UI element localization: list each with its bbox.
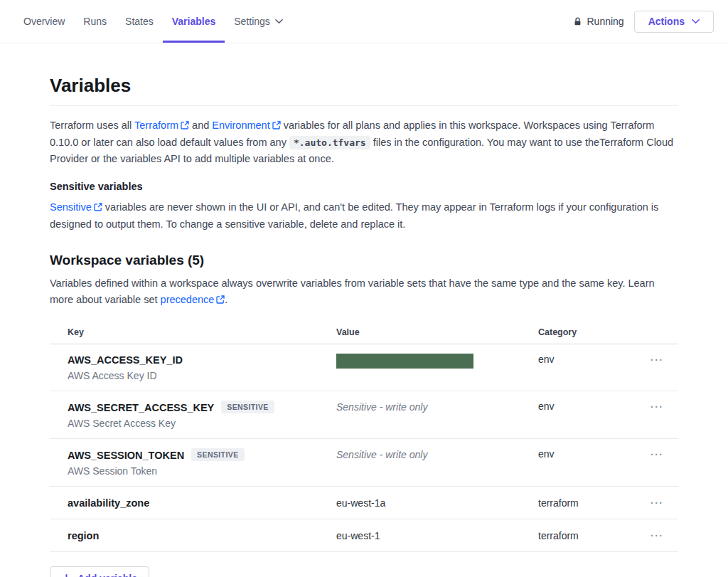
- column-header-value: Value: [336, 327, 538, 337]
- variable-key: AWS_SECRET_ACCESS_KEY: [68, 402, 214, 413]
- external-link-icon: [94, 200, 102, 216]
- row-menu-ellipsis-icon[interactable]: ···: [651, 354, 664, 366]
- workspace-description-text: Variables defined within a workspace alw…: [50, 277, 655, 305]
- key-cell: availability_zone: [68, 497, 336, 509]
- column-header-category: Category: [538, 327, 651, 337]
- precedence-link-label: precedence: [161, 294, 215, 305]
- chevron-down-icon: [692, 18, 700, 24]
- terraform-variables-link[interactable]: Terraform: [134, 120, 189, 131]
- workspace-variables-description: Variables defined within a workspace alw…: [50, 275, 678, 309]
- value-cell: [336, 354, 538, 371]
- page-title: Variables: [50, 75, 678, 106]
- table-row: region eu-west-1 terraform ···: [50, 519, 678, 552]
- lock-icon: [573, 16, 582, 26]
- tab-settings[interactable]: Settings: [225, 0, 292, 43]
- variable-description: AWS Session Token: [68, 465, 336, 477]
- add-variable-button-label: Add variable: [77, 573, 137, 577]
- variable-key: availability_zone: [68, 497, 149, 509]
- intro-text: and: [189, 120, 212, 131]
- variable-category: terraform: [538, 497, 651, 509]
- variables-table: Key Value Category AWS_ACCESS_KEY_ID AWS…: [50, 327, 678, 552]
- column-header-key: Key: [68, 327, 336, 337]
- external-link-icon: [181, 118, 189, 134]
- variable-key: AWS_ACCESS_KEY_ID: [68, 354, 183, 366]
- actions-button-label: Actions: [648, 16, 685, 27]
- nav-right-controls: Running Actions: [573, 0, 714, 43]
- table-row: AWS_ACCESS_KEY_ID AWS Access Key ID env …: [50, 344, 678, 391]
- value-cell: eu-west-1: [336, 529, 538, 542]
- redacted-value-block: [336, 354, 473, 369]
- add-variable-button[interactable]: Add variable: [50, 566, 149, 577]
- variable-description: AWS Access Key ID: [68, 370, 336, 381]
- tab-states[interactable]: States: [116, 0, 163, 43]
- tab-variables-label: Variables: [172, 16, 216, 27]
- sensitive-paragraph-text: variables are never shown in the UI or A…: [50, 201, 658, 230]
- variable-key: AWS_SESSION_TOKEN: [68, 450, 184, 461]
- variable-category: env: [538, 448, 651, 460]
- tfvars-code-snippet: *.auto.tfvars: [289, 136, 370, 149]
- tab-overview[interactable]: Overview: [14, 0, 74, 43]
- workspace-status: Running: [573, 16, 624, 27]
- variable-value: eu-west-1: [336, 530, 380, 541]
- key-cell: AWS_SECRET_ACCESS_KEYSENSITIVE AWS Secre…: [68, 401, 336, 429]
- tab-runs-label: Runs: [83, 16, 107, 27]
- sensitive-link-label: Sensitive: [50, 201, 92, 213]
- variables-page: Variables Terraform uses all Terraform a…: [0, 75, 728, 577]
- row-menu-ellipsis-icon[interactable]: ···: [651, 530, 664, 541]
- key-cell: AWS_ACCESS_KEY_ID AWS Access Key ID: [68, 354, 336, 381]
- row-menu-ellipsis-icon[interactable]: ···: [651, 497, 664, 509]
- table-header-row: Key Value Category: [50, 327, 678, 344]
- variable-category: env: [538, 354, 651, 365]
- tab-overview-label: Overview: [23, 16, 65, 27]
- variable-value: Sensitive - write only: [336, 449, 427, 460]
- table-row: AWS_SECRET_ACCESS_KEYSENSITIVE AWS Secre…: [50, 391, 678, 439]
- value-cell: eu-west-1a: [336, 497, 538, 509]
- tab-variables[interactable]: Variables: [163, 0, 225, 43]
- workspace-top-nav: Overview Runs States Variables Settings …: [0, 0, 728, 43]
- variable-value: Sensitive - write only: [336, 401, 427, 413]
- terraform-link-label: Terraform: [134, 120, 178, 131]
- environment-link-label: Environment: [212, 120, 269, 131]
- variable-category: env: [538, 401, 651, 412]
- nav-tabs: Overview Runs States Variables Settings: [14, 0, 292, 43]
- workspace-variables-heading: Workspace variables (5): [50, 253, 678, 268]
- row-menu-ellipsis-icon[interactable]: ···: [651, 449, 664, 460]
- variable-description: AWS Secret Access Key: [68, 418, 336, 429]
- tab-states-label: States: [125, 16, 154, 27]
- workspace-description-text: .: [225, 294, 228, 305]
- table-row: AWS_SESSION_TOKENSENSITIVE AWS Session T…: [50, 439, 678, 487]
- intro-text: Terraform uses all: [50, 120, 134, 131]
- chevron-down-icon: [275, 18, 283, 24]
- variable-value: eu-west-1a: [336, 497, 385, 509]
- external-link-icon: [272, 118, 281, 134]
- key-cell: AWS_SESSION_TOKENSENSITIVE AWS Session T…: [68, 448, 336, 477]
- row-menu-ellipsis-icon[interactable]: ···: [651, 401, 664, 413]
- sensitive-variables-paragraph: Sensitive variables are never shown in t…: [50, 199, 678, 233]
- key-cell: region: [68, 529, 336, 542]
- precedence-link[interactable]: precedence: [161, 294, 225, 305]
- actions-button[interactable]: Actions: [634, 11, 714, 33]
- value-cell: Sensitive - write only: [336, 448, 538, 461]
- variable-category: terraform: [538, 530, 651, 541]
- value-cell: Sensitive - write only: [336, 401, 538, 413]
- table-row: availability_zone eu-west-1a terraform ·…: [50, 487, 678, 519]
- sensitive-variables-heading: Sensitive variables: [50, 181, 678, 192]
- tab-settings-label: Settings: [234, 16, 270, 27]
- tab-runs[interactable]: Runs: [74, 0, 116, 43]
- environment-variables-link[interactable]: Environment: [212, 120, 280, 131]
- sensitive-badge: SENSITIVE: [221, 401, 274, 413]
- sensitive-link[interactable]: Sensitive: [50, 201, 102, 213]
- sensitive-badge: SENSITIVE: [191, 448, 244, 461]
- intro-paragraph: Terraform uses all Terraform and Environ…: [50, 117, 678, 167]
- plus-icon: [62, 574, 71, 577]
- workspace-status-label: Running: [587, 16, 624, 27]
- external-link-icon: [216, 292, 225, 309]
- variable-key: region: [68, 530, 99, 541]
